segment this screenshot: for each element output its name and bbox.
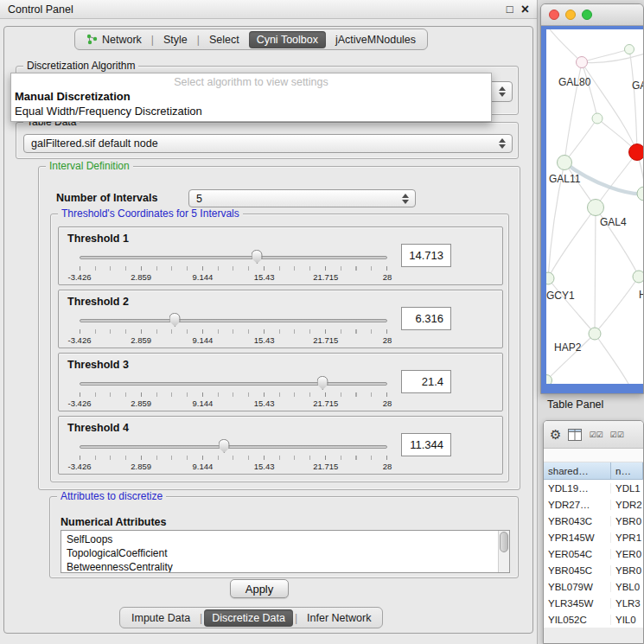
- tab-network[interactable]: Network: [79, 31, 150, 48]
- threshold-coordinates-group: Threshold's Coordinates for 5 Intervals …: [50, 214, 509, 482]
- network-node[interactable]: [577, 57, 588, 68]
- list-item-selfloops[interactable]: SelfLoops: [67, 532, 509, 546]
- network-node[interactable]: [633, 271, 644, 283]
- tab-cyni-toolbox[interactable]: Cyni Toolbox: [249, 31, 326, 48]
- cell-name: YBL0: [611, 582, 643, 592]
- threshold-3-value-field[interactable]: 21.4: [401, 370, 451, 393]
- table-data-group: Table Data galFiltered.sif default node: [16, 122, 519, 159]
- cell-shared-name: YBR043C: [544, 516, 611, 526]
- network-node[interactable]: [588, 200, 604, 216]
- combobox-stepper-icon[interactable]: [402, 194, 411, 204]
- slider-track[interactable]: [80, 382, 387, 386]
- minimize-traffic-light-icon[interactable]: [565, 10, 576, 20]
- dropdown-option-manual-discretization[interactable]: Manual Discretization: [11, 89, 491, 104]
- slider-thumb[interactable]: [169, 313, 181, 327]
- threshold-1-slider[interactable]: -3.426 2.859 9.144 15.43 21.715 28: [80, 249, 387, 284]
- network-node[interactable]: [637, 187, 644, 201]
- scrollbar-thumb[interactable]: [500, 532, 508, 552]
- table-row[interactable]: YER054C YER0: [544, 545, 643, 562]
- table-row[interactable]: YDR27… YDR2: [544, 496, 643, 513]
- numerical-attributes-list[interactable]: SelfLoops TopologicalCoefficient Between…: [61, 530, 510, 573]
- select-column-checkboxes-icon[interactable]: ☑☑: [610, 430, 624, 439]
- node-label-gal4: GAL4: [600, 216, 627, 228]
- network-node[interactable]: [589, 328, 601, 340]
- slider-track[interactable]: [80, 319, 387, 322]
- apply-button[interactable]: Apply: [230, 579, 289, 598]
- node-label-gal80: GAL80: [558, 76, 591, 88]
- threshold-2-slider[interactable]: -3.426 2.859 9.144 15.43 21.715 28: [80, 312, 387, 347]
- attributes-to-discretize-group: Attributes to discretize Numerical Attri…: [49, 496, 519, 578]
- slider-tick-labels: -3.426 2.859 9.144 15.43 21.715 28: [80, 335, 387, 345]
- tab-separator: |: [200, 612, 202, 624]
- list-vertical-scrollbar[interactable]: [498, 531, 509, 572]
- tab-select[interactable]: Select: [201, 31, 247, 48]
- table-row[interactable]: YLR345W YLR3: [544, 595, 643, 611]
- threshold-4-label: Threshold 4: [67, 422, 129, 434]
- control-panel: Control Panel □ × Network | Style |: [0, 0, 538, 644]
- close-traffic-light-icon[interactable]: [549, 10, 559, 20]
- network-node[interactable]: [592, 113, 603, 124]
- combobox-stepper-icon[interactable]: [499, 86, 507, 97]
- threshold-2-label: Threshold 2: [67, 296, 129, 308]
- table-data-combobox-value: galFiltered.sif default node: [31, 137, 158, 150]
- column-header-shared-name[interactable]: shared…: [544, 462, 611, 480]
- network-nodes[interactable]: [546, 45, 644, 385]
- gear-icon[interactable]: ⚙: [550, 427, 561, 443]
- tab-separator: |: [197, 34, 200, 46]
- zoom-traffic-light-icon[interactable]: [582, 10, 592, 20]
- network-canvas[interactable]: GAL80 GA GAL11 GAL4 GCY1 H HAP2: [546, 29, 644, 384]
- cell-name: YPR1: [611, 532, 643, 543]
- threshold-1-panel: Threshold 1 -3.426 2.859 9.144 15.43 21.…: [58, 226, 503, 285]
- network-node[interactable]: [625, 45, 634, 54]
- slider-track[interactable]: [80, 445, 387, 449]
- close-icon[interactable]: ×: [521, 3, 529, 16]
- threshold-1-value-field[interactable]: 14.713: [401, 244, 451, 267]
- slider-thumb[interactable]: [219, 439, 230, 453]
- slider-tick-labels: -3.426 2.859 9.144 15.43 21.715 28: [80, 272, 387, 282]
- tab-jactivemnodules[interactable]: jActiveMNodules: [328, 31, 424, 48]
- table-row[interactable]: YDL19… YDL1: [544, 480, 643, 496]
- table-toolbar: ⚙ ☑☑ ☑☑: [544, 421, 643, 449]
- table-row[interactable]: YBR043C YBR0: [544, 513, 643, 529]
- slider-track[interactable]: [80, 256, 387, 259]
- algorithm-dropdown: Select algorithm to view settings Manual…: [10, 73, 492, 122]
- threshold-3-panel: Threshold 3 -3.426 2.859 9.144 15.43 21.…: [58, 353, 503, 411]
- select-all-checkboxes-icon[interactable]: ☑☑: [589, 430, 603, 439]
- list-item-betweennesscentrality[interactable]: BetweennessCentrality: [67, 560, 509, 573]
- numerical-attributes-heading: Numerical Attributes: [61, 516, 166, 528]
- network-window-titlebar[interactable]: [541, 4, 643, 26]
- float-window-icon[interactable]: □: [507, 3, 513, 15]
- tab-discretize-data[interactable]: Discretize Data: [204, 609, 293, 627]
- threshold-2-value-field[interactable]: 6.316: [401, 307, 451, 330]
- cell-name: YBR0: [611, 565, 643, 576]
- tab-infer-network[interactable]: Infer Network: [299, 609, 379, 627]
- tab-style[interactable]: Style: [156, 31, 195, 48]
- column-selector-icon[interactable]: [568, 429, 582, 441]
- number-of-intervals-combobox[interactable]: 5: [188, 189, 416, 207]
- network-view-frame: GAL80 GA GAL11 GAL4 GCY1 H HAP2: [541, 26, 643, 393]
- slider-thumb[interactable]: [252, 250, 263, 264]
- threshold-2-panel: Threshold 2 -3.426 2.859 9.144 15.43 21.…: [58, 290, 503, 348]
- list-item-topologicalcoefficient[interactable]: TopologicalCoefficient: [67, 546, 509, 560]
- node-label-gcy1: GCY1: [546, 290, 575, 302]
- slider-thumb[interactable]: [317, 376, 328, 390]
- network-view-window: GAL80 GA GAL11 GAL4 GCY1 H HAP2: [540, 3, 644, 394]
- combobox-stepper-icon[interactable]: [499, 138, 507, 149]
- threshold-3-slider[interactable]: -3.426 2.859 9.144 15.43 21.715 28: [80, 375, 387, 410]
- network-node[interactable]: [558, 156, 572, 170]
- column-header-name[interactable]: n…: [611, 462, 643, 480]
- table-row[interactable]: YBR045C YBR0: [544, 562, 643, 578]
- table-data-combobox[interactable]: galFiltered.sif default node: [23, 134, 513, 153]
- network-node-selected[interactable]: [629, 144, 644, 161]
- tab-impute-data[interactable]: Impute Data: [124, 609, 198, 627]
- threshold-4-slider[interactable]: -3.426 2.859 9.144 15.43 21.715 28: [80, 438, 387, 473]
- interval-definition-group-title: Interval Definition: [46, 160, 133, 172]
- cell-shared-name: YBL079W: [544, 582, 611, 592]
- network-node[interactable]: [546, 272, 554, 284]
- threshold-4-value-field[interactable]: 11.344: [401, 433, 451, 456]
- table-row[interactable]: YPR145W YPR1: [544, 529, 643, 545]
- table-row[interactable]: YIL052C YIL0: [544, 611, 643, 628]
- table-row[interactable]: YBL079W YBL0: [544, 578, 643, 595]
- threshold-4-panel: Threshold 4 -3.426 2.859 9.144 15.43 21.…: [58, 416, 503, 475]
- dropdown-option-equal-width-frequency[interactable]: Equal Width/Frequency Discretization: [11, 104, 491, 118]
